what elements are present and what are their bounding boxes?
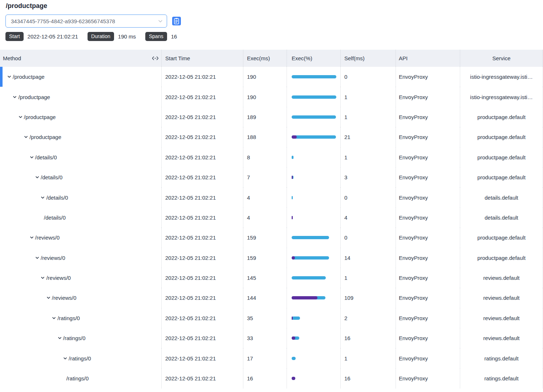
service-cell: reviews.default [460,268,543,288]
exec-percent-cell [287,67,341,87]
exec-bar-track [292,357,336,360]
chevron-down-icon[interactable] [35,175,40,179]
trace-row[interactable]: /details/02022-12-05 21:02:2173EnvoyProx… [0,167,543,187]
api-cell: EnvoyProxy [396,248,460,268]
method-cell: /details/0 [0,147,162,167]
trace-selector-row: 34347445-7755-4842-a939-623656745378 [5,15,543,28]
trace-row[interactable]: /reviews/02022-12-05 21:02:211590EnvoyPr… [0,228,543,248]
chevron-down-icon[interactable] [58,336,62,340]
trace-row[interactable]: /reviews/02022-12-05 21:02:2115914EnvoyP… [0,248,543,268]
span-method-label: /reviews/0 [46,275,71,281]
exec-ms-cell: 7 [243,167,287,187]
chevron-down-icon[interactable] [13,95,17,99]
exec-ms-cell: 8 [243,147,287,167]
trace-detail-page: /productpage 34347445-7755-4842-a939-623… [0,2,543,392]
span-method-label: /ratings/0 [57,315,80,321]
service-cell: productpage.default [460,248,543,268]
method-cell: /details/0 [0,208,162,228]
trace-row[interactable]: /ratings/02022-12-05 21:02:21171EnvoyPro… [0,348,543,368]
api-cell: EnvoyProxy [396,167,460,187]
exec-bar-track [292,377,336,380]
spans-value: 16 [171,33,177,40]
start-time-cell: 2022-12-05 21:02:21 [162,368,243,388]
span-method-label: /ratings/0 [63,335,86,341]
trace-row[interactable]: /details/02022-12-05 21:02:2140EnvoyProx… [0,187,543,207]
start-time-cell: 2022-12-05 21:02:21 [162,187,243,207]
trace-row[interactable]: /ratings/02022-12-05 21:02:213316EnvoyPr… [0,328,543,348]
exec-ms-cell: 16 [243,368,287,388]
chevron-down-icon[interactable] [30,155,35,159]
self-ms-cell: 1 [341,107,396,127]
trace-row[interactable]: /details/02022-12-05 21:02:2144EnvoyProx… [0,208,543,228]
column-resize-icon[interactable] [152,56,159,60]
exec-bar-track [292,176,336,179]
chevron-down-icon[interactable] [19,115,23,119]
trace-row[interactable]: /ratings/02022-12-05 21:02:211616EnvoyPr… [0,368,543,388]
api-cell: EnvoyProxy [396,288,460,308]
table-body: /productpage2022-12-05 21:02:211900Envoy… [0,67,543,388]
trace-id-select[interactable]: 34347445-7755-4842-a939-623656745378 [5,15,167,28]
chevron-down-icon[interactable] [63,356,68,360]
api-cell: EnvoyProxy [396,187,460,207]
exec-percent-cell [287,127,341,147]
span-method-label: /details/0 [46,195,68,201]
exec-bar-track [292,156,336,159]
trace-row[interactable]: /ratings/02022-12-05 21:02:21352EnvoyPro… [0,308,543,328]
chevron-down-icon[interactable] [46,296,51,300]
trace-row[interactable]: /productpage2022-12-05 21:02:2118821Envo… [0,127,543,147]
chevron-down-icon[interactable] [35,256,40,260]
self-ms-cell: 21 [341,127,396,147]
trace-row[interactable]: /reviews/02022-12-05 21:02:211451EnvoyPr… [0,268,543,288]
api-cell: EnvoyProxy [396,348,460,368]
chevron-down-icon[interactable] [41,196,45,200]
method-cell: /productpage [0,127,162,147]
self-ms-cell: 1 [341,147,396,167]
trace-row[interactable]: /productpage2022-12-05 21:02:211901Envoy… [0,87,543,107]
api-cell: EnvoyProxy [396,208,460,228]
exec-ms-cell: 33 [243,328,287,348]
exec-bar-track [292,317,336,320]
trace-row[interactable]: /details/02022-12-05 21:02:2181EnvoyProx… [0,147,543,167]
self-ms-cell: 1 [341,268,396,288]
self-bar [292,176,293,179]
trace-row[interactable]: /productpage2022-12-05 21:02:211891Envoy… [0,107,543,127]
start-time-cell: 2022-12-05 21:02:21 [162,107,243,127]
trace-row[interactable]: /reviews/02022-12-05 21:02:21144109Envoy… [0,288,543,308]
exec-bar-track [292,276,336,279]
exec-bar [292,317,300,320]
service-cell: reviews.default [460,308,543,328]
start-time-cell: 2022-12-05 21:02:21 [162,208,243,228]
start-value: 2022-12-05 21:02:21 [28,33,78,40]
start-time-cell: 2022-12-05 21:02:21 [162,288,243,308]
duration-badge: Duration [88,32,114,41]
chevron-down-icon[interactable] [30,236,35,240]
exec-bar-track [292,95,336,99]
method-cell: /reviews/0 [0,248,162,268]
chevron-down-icon[interactable] [52,316,57,320]
trace-list-icon-button[interactable] [172,17,181,25]
method-cell: /ratings/0 [0,328,162,348]
service-cell: istio-ingressgateway.isti… [460,67,543,87]
trace-row[interactable]: /productpage2022-12-05 21:02:211900Envoy… [0,67,543,87]
start-time-cell: 2022-12-05 21:02:21 [162,228,243,248]
chevron-down-icon[interactable] [41,276,45,280]
exec-bar [292,75,336,78]
exec-bar-track [292,296,336,299]
exec-percent-cell [287,87,341,107]
exec-bar [292,156,293,159]
api-cell: EnvoyProxy [396,308,460,328]
service-cell: productpage.default [460,147,543,167]
self-ms-cell: 109 [341,288,396,308]
column-header-self-ms: Self(ms) [341,50,396,67]
exec-percent-cell [287,147,341,167]
exec-percent-cell [287,308,341,328]
exec-bar [292,135,336,139]
self-ms-cell: 3 [341,167,396,187]
exec-bar [292,256,329,260]
chevron-down-icon[interactable] [24,135,29,139]
trace-list-icon [172,17,181,25]
service-cell: productpage.default [460,127,543,147]
exec-ms-cell: 4 [243,208,287,228]
chevron-down-icon[interactable] [7,75,12,79]
exec-percent-cell [287,268,341,288]
